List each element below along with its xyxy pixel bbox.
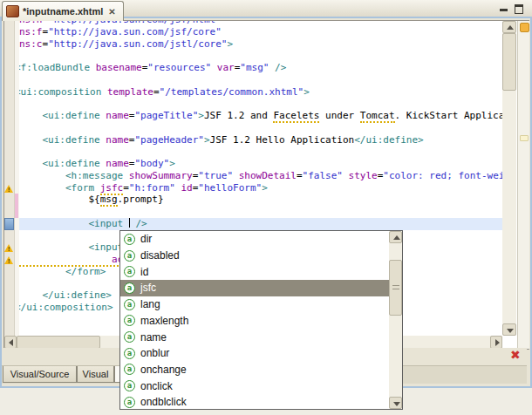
code-token: = [297,170,303,181]
code-token: > [304,86,310,98]
code-token: "h:form" [129,182,175,194]
code-token: </ui:define> [354,134,423,146]
code-token: name [106,134,129,146]
completion-list: adiradisabledaidajsfcalangamaxlengthanam… [120,231,389,409]
annotation-ruler[interactable]: !!! [4,21,15,336]
completion-item-maxlength[interactable]: amaxlength [120,313,389,330]
editor-vertical-scrollbar[interactable] [502,21,516,336]
code-token: <input [19,242,123,253]
code-token: <input [19,218,129,229]
completion-item-label: dir [140,233,152,245]
tab-visual[interactable]: Visual [77,366,114,383]
code-token: > [204,134,210,146]
attribute-icon: a [124,250,135,262]
code-token: basename [96,62,142,73]
completion-item-onblur[interactable]: aonblur [120,345,389,362]
code-token: ${ [19,194,100,205]
code-line: <form jsfc="h:form" id="helloForm"> [19,182,268,194]
overview-warning-mark[interactable] [520,135,529,141]
code-token: JSF 1.2 Hello Application [210,134,355,146]
completion-item-disabled[interactable]: adisabled [120,248,389,264]
error-icon[interactable]: ✖ [510,349,521,361]
code-token: <ui:composition [19,86,107,98]
code-token: "true" [198,170,233,181]
code-line: ns:c="http://java.sun.com/jstl/core"> [19,38,233,51]
code-token: ns:f [19,26,43,37]
completion-item-label: maxlength [140,315,188,327]
vscrollbar-thumb[interactable] [502,33,516,91]
completion-item-name[interactable]: aname [120,329,389,345]
code-token: = [153,86,160,98]
code-token: .prompt} [118,194,164,205]
code-token [233,170,239,181]
code-token: id [181,182,192,194]
scroll-right-arrow-icon[interactable] [490,336,502,349]
minimize-view-icon[interactable] [499,3,510,13]
close-tab-icon[interactable]: ✕ [108,7,115,17]
code-line: </ui:composition> [19,302,113,314]
code-token: . KickStart Application [395,110,502,121]
completion-item-label: lang [140,298,160,310]
code-token: ns:h [19,21,43,25]
content-assist-popup: adiradisabledaidajsfcalangamaxlengthanam… [119,230,403,410]
popup-scroll-up-icon[interactable] [389,231,402,243]
completion-item-onclick[interactable]: aonclick [120,378,389,394]
code-line: <ui:define name="body"> [19,158,175,170]
maximize-view-icon[interactable] [514,3,525,13]
completion-item-ondblclick[interactable]: aondblclick [120,394,389,409]
code-token: "/templates/common.xhtml" [160,86,304,98]
code-token: "resources" [147,62,211,73]
code-line: <input /> [19,218,147,230]
code-token: "pageHeader" [134,134,203,146]
popup-scrollbar-thumb[interactable] [389,260,402,316]
completion-item-dir[interactable]: adir [120,231,389,248]
completion-item-onchange[interactable]: aonchange [120,362,389,378]
overview-ruler[interactable] [517,21,529,349]
cursor-line-ruler-marker [4,218,14,230]
attribute-icon: a [124,266,135,277]
code-token: var [217,62,235,73]
completion-item-label: disabled [140,249,180,262]
popup-scrollbar[interactable] [389,231,402,409]
completion-item-jsfc[interactable]: ajsfc [120,280,389,296]
warning-icon[interactable]: ! [4,184,14,193]
attribute-icon: a [124,331,135,343]
code-token: "msg" [240,62,269,73]
editor-tab-title: *inputname.xhtml [23,6,103,17]
code-token: template [107,86,153,98]
code-token: <ui:define [19,110,106,121]
code-token: = [123,182,129,194]
tab-visual-source[interactable]: Visual/Source [3,366,77,383]
code-token: <ui:define [19,134,106,146]
scroll-left-arrow-icon[interactable] [4,336,17,349]
completion-item-label: ondblclick [140,396,187,408]
code-line: act [19,254,129,266]
code-token: under [319,110,359,121]
code-token: "http://java.sun.com/jsf/core" [48,26,222,37]
completion-item-id[interactable]: aid [120,263,389,280]
code-token: > [262,182,268,194]
hscrollbar-thumb[interactable] [17,336,100,349]
code-token: JSF 1.2 and [204,110,273,121]
change-bar [15,194,18,206]
warning-icon[interactable]: ! [4,255,14,264]
code-token: <form [19,182,100,194]
code-token: /> [130,218,147,229]
code-token: "http://java.sun.com/jsf/html" [48,21,222,25]
code-token: "helloForm" [198,182,262,194]
scroll-down-arrow-icon[interactable] [502,323,516,336]
completion-item-lang[interactable]: alang [120,296,389,313]
warning-icon[interactable]: ! [4,243,14,252]
popup-scroll-down-icon[interactable] [389,397,402,409]
scroll-up-arrow-icon[interactable] [502,21,516,33]
attribute-icon: a [124,397,135,408]
code-token: "http://java.sun.com/jstl/core" [48,38,227,50]
code-line: <f:loadBundle basename="resources" var="… [19,62,286,74]
overview-annotations-icon[interactable] [520,23,529,32]
completion-item-label: onclick [140,380,173,392]
code-token: "false" [303,170,343,181]
code-line: <ui:define name="pageTitle">JSF 1.2 and … [19,110,502,122]
attribute-icon: a [124,380,135,391]
code-line: ${msg.prompt} [19,194,164,206]
editor-tab-inputname-xhtml[interactable]: *inputname.xhtml ✕ [2,1,124,21]
